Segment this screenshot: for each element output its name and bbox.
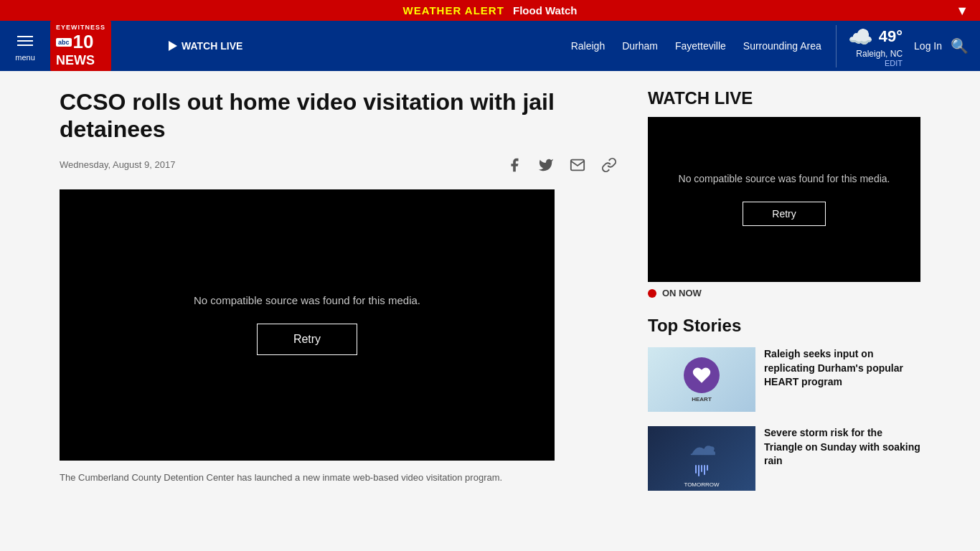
story-item[interactable]: TOMORROW Severe storm risk for the Trian… bbox=[648, 426, 920, 491]
story-thumbnail: HEART bbox=[648, 347, 755, 412]
sidebar-watch-live: WATCH LIVE No compatible source was foun… bbox=[648, 88, 920, 298]
sidebar-video-no-source-text: No compatible source was found for this … bbox=[679, 173, 890, 184]
story-headline: Severe storm risk for the Triangle on Su… bbox=[764, 426, 920, 491]
weather-alert-dropdown-icon[interactable]: ▼ bbox=[956, 3, 969, 18]
weather-location: Raleigh, NC bbox=[856, 49, 903, 59]
watch-live-label: WATCH LIVE bbox=[182, 40, 242, 52]
article-video-player: No compatible source was found for this … bbox=[60, 189, 555, 461]
header-weather-login: ☁️ 49° Raleigh, NC EDIT bbox=[836, 25, 903, 67]
main-nav: Raleigh Durham Fayetteville Surrounding … bbox=[571, 40, 821, 52]
article-meta: Wednesday, August 9, 2017 bbox=[60, 155, 619, 175]
article-video-no-source-text: No compatible source was found for this … bbox=[194, 294, 420, 306]
nav-fayetteville[interactable]: Fayetteville bbox=[675, 40, 726, 52]
site-logo[interactable]: EYEWITNESS abc 10 NEWS bbox=[50, 21, 111, 71]
article-main: CCSO rolls out home video visitation wit… bbox=[60, 88, 619, 505]
link-share-icon[interactable] bbox=[599, 155, 619, 175]
search-icon[interactable]: 🔍 bbox=[951, 37, 969, 55]
weather-edit-button[interactable]: EDIT bbox=[885, 59, 903, 67]
nav-surrounding[interactable]: Surrounding Area bbox=[743, 40, 821, 52]
article-title: CCSO rolls out home video visitation wit… bbox=[60, 88, 619, 143]
watch-live-button[interactable]: WATCH LIVE bbox=[169, 40, 242, 52]
email-share-icon[interactable] bbox=[567, 155, 588, 175]
story-item[interactable]: HEART Raleigh seeks input on replicating… bbox=[648, 347, 920, 412]
article-date: Wednesday, August 9, 2017 bbox=[60, 159, 175, 170]
top-stories-title: Top Stories bbox=[648, 316, 920, 336]
story-thumbnail: TOMORROW bbox=[648, 426, 755, 491]
hamburger-icon[interactable] bbox=[11, 30, 39, 52]
story-headline: Raleigh seeks input on replicating Durha… bbox=[764, 347, 920, 412]
facebook-share-icon[interactable] bbox=[504, 155, 524, 175]
play-icon bbox=[169, 41, 177, 51]
header-left: menu EYEWITNESS abc 10 NEWS bbox=[11, 21, 111, 71]
sidebar-watch-live-title: WATCH LIVE bbox=[648, 88, 920, 108]
cloud-icon: ☁️ bbox=[848, 25, 873, 49]
temperature-display: 49° bbox=[879, 27, 903, 46]
top-stories-section: Top Stories HEART Raleigh seeks input on… bbox=[648, 316, 920, 491]
sidebar-video-player: No compatible source was found for this … bbox=[648, 117, 920, 282]
logo-abc-text: abc bbox=[56, 38, 72, 47]
logo-news-text: NEWS bbox=[56, 53, 95, 68]
article-caption: The Cumberland County Detention Center h… bbox=[60, 472, 619, 483]
on-now-dot-icon bbox=[648, 289, 656, 298]
menu-button[interactable]: menu bbox=[11, 30, 39, 62]
weather-alert-bar: WEATHER ALERT Flood Watch ▼ bbox=[0, 0, 980, 21]
nav-raleigh[interactable]: Raleigh bbox=[571, 40, 605, 52]
sidebar: WATCH LIVE No compatible source was foun… bbox=[648, 88, 920, 505]
weather-alert-label: WEATHER ALERT bbox=[403, 4, 504, 17]
menu-label: menu bbox=[11, 53, 39, 62]
weather-display: ☁️ 49° bbox=[848, 25, 903, 49]
logo-number: 10 bbox=[73, 31, 94, 53]
share-icons bbox=[504, 155, 619, 175]
on-now-bar: ON NOW bbox=[648, 288, 920, 298]
weather-alert-text: Flood Watch bbox=[513, 4, 577, 17]
logo-eyewitness-text: EYEWITNESS bbox=[56, 24, 105, 31]
nav-durham[interactable]: Durham bbox=[622, 40, 658, 52]
twitter-share-icon[interactable] bbox=[536, 155, 556, 175]
main-header: menu EYEWITNESS abc 10 NEWS WATCH LIVE R… bbox=[0, 21, 980, 71]
page-content: CCSO rolls out home video visitation wit… bbox=[31, 71, 949, 522]
login-button[interactable]: Log In bbox=[914, 40, 942, 52]
on-now-text: ON NOW bbox=[662, 288, 702, 298]
sidebar-retry-button[interactable]: Retry bbox=[743, 202, 825, 226]
article-retry-button[interactable]: Retry bbox=[257, 324, 357, 355]
storm-thumb-text: TOMORROW bbox=[648, 481, 755, 488]
